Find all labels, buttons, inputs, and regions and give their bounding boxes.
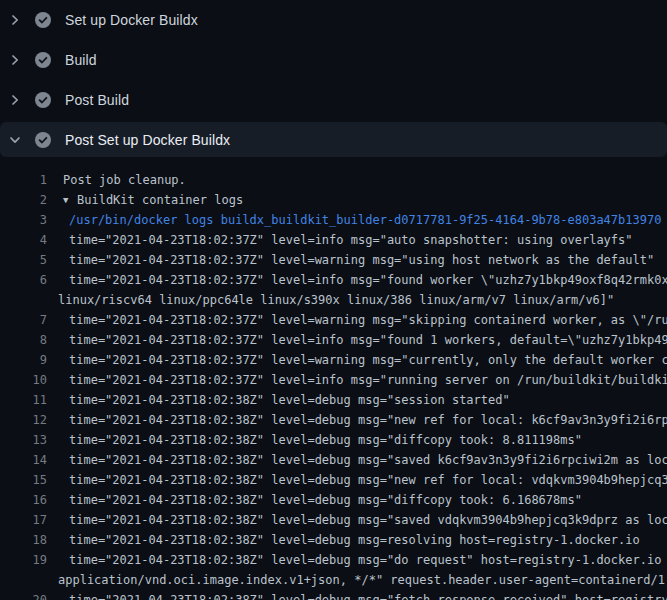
log-line-number[interactable]: 4 [0,230,47,250]
log-line: 6 time="2021-04-23T18:02:37Z" level=info… [0,270,667,290]
log-line-text: time="2021-04-23T18:02:37Z" level=warnin… [47,250,654,270]
log-line: 4 time="2021-04-23T18:02:37Z" level=info… [0,230,667,250]
log-line-number[interactable]: 3 [0,210,47,230]
log-line: 10 time="2021-04-23T18:02:37Z" level=inf… [0,370,667,390]
log-line: 13 time="2021-04-23T18:02:38Z" level=deb… [0,430,667,450]
step-row-build[interactable]: Build [0,40,667,80]
step-label: Set up Docker Buildx [65,12,198,28]
log-line: 5 time="2021-04-23T18:02:37Z" level=warn… [0,250,667,270]
step-row-post-build[interactable]: Post Build [0,80,667,120]
log-line: 9 time="2021-04-23T18:02:37Z" level=warn… [0,350,667,370]
log-line-number[interactable]: 12 [0,410,47,430]
check-circle-success-icon [35,12,51,28]
log-line-text: time="2021-04-23T18:02:38Z" level=debug … [47,550,667,570]
log-line-text: time="2021-04-23T18:02:38Z" level=debug … [47,390,510,410]
log-line-text: time="2021-04-23T18:02:38Z" level=debug … [47,530,640,550]
step-log-viewer: 1 Post job cleanup. 2 ▼BuildKit containe… [0,157,667,600]
log-line-text: time="2021-04-23T18:02:38Z" level=debug … [47,430,582,450]
log-line: 14 time="2021-04-23T18:02:38Z" level=deb… [0,450,667,470]
check-circle-success-icon [35,92,51,108]
log-line-number[interactable]: 7 [0,310,47,330]
log-line: 18 time="2021-04-23T18:02:38Z" level=deb… [0,530,667,550]
check-circle-success-icon [35,52,51,68]
job-steps-list: Set up Docker Buildx Build [0,0,667,157]
log-line-number[interactable]: 2 [0,190,47,210]
step-label: Post Set up Docker Buildx [65,132,230,148]
step-row-set-up-docker-buildx[interactable]: Set up Docker Buildx [0,0,667,40]
log-line-text: time="2021-04-23T18:02:37Z" level=info m… [47,270,667,290]
log-line: 7 time="2021-04-23T18:02:37Z" level=warn… [0,310,667,330]
log-line: application/vnd.oci.image.index.v1+json,… [0,570,667,590]
log-line-number[interactable]: 17 [0,510,47,530]
log-line-number[interactable]: 14 [0,450,47,470]
log-line-text: time="2021-04-23T18:02:37Z" level=info m… [47,330,667,350]
log-line-text: time="2021-04-23T18:02:37Z" level=warnin… [47,310,667,330]
log-line: 19 time="2021-04-23T18:02:38Z" level=deb… [0,550,667,570]
log-line-text: time="2021-04-23T18:02:38Z" level=debug … [47,450,667,470]
chevron-icon [7,92,23,108]
group-expand-marker-icon: ▼ [63,190,77,210]
log-line: linux/riscv64 linux/ppc64le linux/s390x … [0,290,667,310]
log-line: 16 time="2021-04-23T18:02:38Z" level=deb… [0,490,667,510]
log-line-number[interactable]: 11 [0,390,47,410]
log-line-number[interactable]: 13 [0,430,47,450]
log-line: 3 /usr/bin/docker logs buildx_buildkit_b… [0,210,667,230]
chevron-icon [7,52,23,68]
log-line-text: /usr/bin/docker logs buildx_buildkit_bui… [47,210,661,230]
log-line-number[interactable]: 16 [0,490,47,510]
step-label: Build [65,52,97,68]
log-line-number[interactable]: 20 [0,590,47,600]
log-line: 12 time="2021-04-23T18:02:38Z" level=deb… [0,410,667,430]
step-label: Post Build [65,92,129,108]
log-line-text: time="2021-04-23T18:02:38Z" level=debug … [47,590,667,600]
log-line: 17 time="2021-04-23T18:02:38Z" level=deb… [0,510,667,530]
log-line-text: time="2021-04-23T18:02:37Z" level=info m… [47,370,667,390]
log-line: 8 time="2021-04-23T18:02:37Z" level=info… [0,330,667,350]
log-line-number[interactable]: 8 [0,330,47,350]
log-line[interactable]: 2 ▼BuildKit container logs [0,190,667,210]
log-line: 11 time="2021-04-23T18:02:38Z" level=deb… [0,390,667,410]
log-line-text: linux/riscv64 linux/ppc64le linux/s390x … [0,290,614,310]
log-line-number[interactable]: 10 [0,370,47,390]
log-line-text: time="2021-04-23T18:02:37Z" level=info m… [47,230,633,250]
log-line-number[interactable]: 18 [0,530,47,550]
check-circle-success-icon [35,132,51,148]
log-line: 20 time="2021-04-23T18:02:38Z" level=deb… [0,590,667,600]
log-line-text: time="2021-04-23T18:02:37Z" level=warnin… [47,350,667,370]
log-line-number[interactable]: 6 [0,270,47,290]
log-line: 15 time="2021-04-23T18:02:38Z" level=deb… [0,470,667,490]
chevron-icon [7,132,23,148]
log-line: 1 Post job cleanup. [0,170,667,190]
log-line-text: Post job cleanup. [47,170,186,190]
step-row-post-set-up-docker-buildx[interactable]: Post Set up Docker Buildx [0,122,667,157]
log-line-text: ▼BuildKit container logs [47,190,243,210]
chevron-icon [7,12,23,28]
log-line-number[interactable]: 1 [0,170,47,190]
log-line-text: application/vnd.oci.image.index.v1+json,… [0,570,667,590]
log-line-number[interactable]: 19 [0,550,47,570]
log-line-number[interactable]: 9 [0,350,47,370]
log-line-text: time="2021-04-23T18:02:38Z" level=debug … [47,410,667,430]
log-line-text: time="2021-04-23T18:02:38Z" level=debug … [47,490,582,510]
log-line-text: time="2021-04-23T18:02:38Z" level=debug … [47,510,667,530]
log-line-number[interactable]: 5 [0,250,47,270]
log-line-number[interactable]: 15 [0,470,47,490]
log-line-text: time="2021-04-23T18:02:38Z" level=debug … [47,470,667,490]
